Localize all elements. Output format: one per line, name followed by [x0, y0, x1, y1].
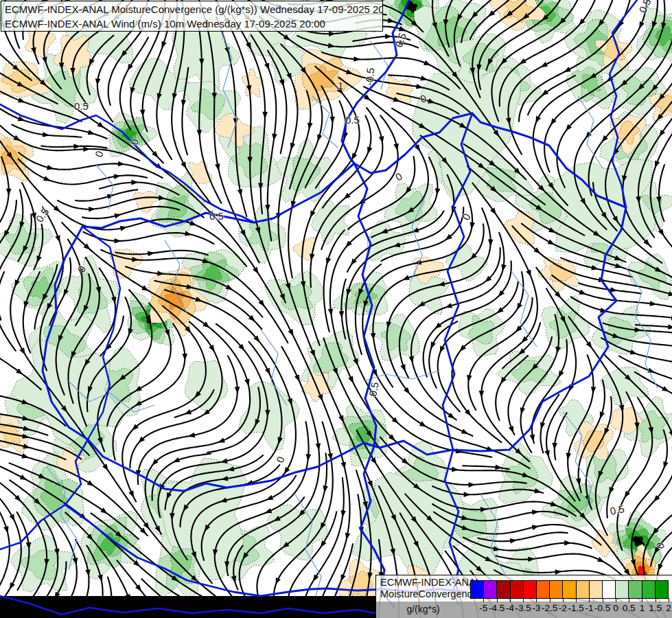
streamline-arrowhead — [313, 574, 319, 582]
streamline-arrowhead — [321, 540, 327, 548]
streamline-arrowhead — [338, 415, 344, 423]
streamline-arrowhead — [294, 375, 300, 382]
streamline-arrowhead — [591, 387, 596, 393]
streamline-arrowhead — [197, 130, 202, 137]
streamline-arrowhead — [161, 41, 166, 49]
legend-tick-label: -4 — [506, 603, 514, 613]
streamline-arrowhead — [290, 143, 295, 150]
legend-tick-label: -0.5 — [594, 603, 610, 613]
legend-tick — [576, 598, 577, 602]
river — [578, 96, 603, 168]
legend-swatch-0 — [471, 581, 483, 598]
streamline-arrowhead — [128, 64, 133, 71]
streamline-arrowhead — [597, 557, 605, 562]
streamline-arrowhead — [102, 464, 108, 470]
streamline — [19, 152, 163, 178]
contour-label: 0 — [393, 170, 404, 183]
streamline-arrowhead — [262, 112, 268, 119]
legend-tick — [483, 598, 484, 602]
legend-tick — [603, 598, 603, 602]
streamline-arrowhead — [55, 235, 60, 242]
streamline-arrowhead — [445, 303, 452, 308]
streamline-arrowhead — [131, 180, 138, 185]
streamline-arrowhead — [469, 482, 476, 488]
streamline-arrowhead — [115, 238, 121, 244]
streamline-arrowhead — [402, 275, 410, 280]
streamline-arrowhead — [639, 21, 645, 29]
streamline-arrowhead — [89, 207, 95, 212]
legend-swatch-7 — [562, 581, 575, 598]
legend-tick-label: 0.5 — [623, 603, 636, 613]
streamline-arrowhead — [184, 409, 192, 414]
legend-tick-label: -2 — [559, 603, 567, 613]
streamline-arrowhead — [173, 457, 181, 463]
legend-swatch-12 — [628, 581, 641, 598]
streamline-arrowhead — [435, 188, 441, 195]
legend-tick-label: -3 — [532, 603, 540, 613]
streamline-arrowhead — [19, 347, 25, 355]
streamline-arrowhead — [579, 290, 586, 295]
streamline-arrowhead — [552, 443, 557, 450]
streamline-arrowhead — [464, 492, 471, 497]
streamline-arrowhead — [10, 582, 15, 590]
legend-swatch-1 — [483, 581, 496, 598]
streamline — [76, 190, 137, 201]
streamline-arrowhead — [288, 329, 294, 336]
streamline-arrowhead — [3, 526, 8, 534]
streamline-arrowhead — [630, 350, 638, 354]
contour-label: 0 — [93, 149, 106, 159]
streamline-arrowhead — [668, 324, 672, 330]
streamline-arrowhead — [541, 62, 548, 67]
legend-tick — [510, 598, 511, 602]
contour-label: 0.5 — [345, 114, 360, 126]
map-title-overlay: ECMWF-INDEX-ANAL MoistureConvergence (g/… — [1, 1, 383, 32]
legend-tick — [656, 598, 656, 602]
streamline-arrowhead — [535, 116, 541, 124]
legend-tick — [550, 598, 551, 602]
streamline-arrowhead — [272, 133, 277, 140]
streamline-arrowhead — [264, 63, 269, 71]
streamline-arrowhead — [37, 255, 42, 263]
streamline-arrowhead — [83, 146, 90, 152]
streamline-arrowhead — [658, 564, 663, 571]
legend-swatch-5 — [536, 581, 549, 598]
legend-tick — [629, 598, 629, 602]
streamline-arrowhead — [244, 379, 249, 387]
legend-swatch-10 — [602, 581, 615, 598]
streamline-arrowhead — [625, 491, 631, 499]
streamline-arrowhead — [385, 34, 392, 39]
legend-swatch-6 — [549, 581, 562, 598]
contour-label: -1 — [334, 80, 343, 91]
streamline-arrowhead — [470, 222, 475, 229]
streamline-arrowhead — [371, 457, 377, 465]
legend-title-line1: ECMWF-INDEX-ANAL — [380, 577, 481, 588]
streamline-arrowhead — [276, 577, 281, 585]
streamline-arrowhead — [43, 176, 51, 181]
legend-tick-label: -1 — [585, 603, 593, 613]
streamline-arrowhead — [379, 136, 384, 144]
legend-tick-label: 1 — [640, 603, 645, 613]
streamline-arrowhead — [488, 240, 494, 247]
streamline-arrowhead — [218, 437, 225, 442]
legend-swatch-9 — [589, 581, 602, 598]
contour-label: 0.5 — [393, 32, 408, 49]
legend-tick — [536, 598, 537, 602]
bottom-black-band — [0, 596, 375, 618]
streamline-arrowhead — [20, 474, 27, 480]
legend-tick-label: -4.5 — [489, 603, 505, 613]
legend-tick — [589, 598, 590, 602]
river — [312, 96, 338, 148]
streamline-arrowhead — [662, 386, 669, 391]
streamline-arrowhead — [266, 495, 274, 501]
streamline-arrowhead — [140, 110, 146, 117]
legend-titles: ECMWF-INDEX-ANAL MoistureConvergence — [380, 577, 481, 600]
streamline-arrowhead — [209, 345, 214, 352]
legend-title-line2: MoistureConvergence — [380, 588, 481, 600]
map-title-line1: ECMWF-INDEX-ANAL MoistureConvergence (g/… — [5, 2, 379, 16]
legend-tick — [563, 598, 564, 602]
streamline-arrowhead — [520, 58, 527, 65]
streamline-arrowhead — [461, 429, 469, 435]
weather-map: 0.500.5-1-0.50.50.5000.500.500.5000.50 E… — [0, 0, 672, 618]
streamline — [0, 272, 4, 320]
legend-tick-label: -2.5 — [542, 603, 557, 613]
